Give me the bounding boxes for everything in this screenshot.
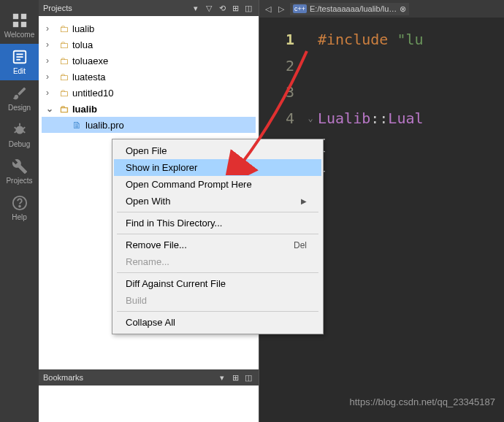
add-icon[interactable]: ⊞ <box>229 372 241 383</box>
line-number: 4 <box>259 105 294 131</box>
editor-tab[interactable]: c++ E:/testaaaaaa/lualib/lu… ⊗ <box>290 3 409 15</box>
watermark: https://blog.csdn.net/qq_23345187 <box>350 396 496 407</box>
edit-icon <box>12 49 28 65</box>
split-icon[interactable]: ◫ <box>243 372 254 383</box>
dropdown-icon[interactable]: ▾ <box>190 2 202 14</box>
line-number: 2 <box>259 53 294 79</box>
bookmarks-title: Bookmarks <box>43 373 83 382</box>
sidebar-label: Design <box>8 104 31 112</box>
menu-open-with[interactable]: Open With▶ <box>114 193 321 210</box>
sidebar-welcome[interactable]: Welcome <box>0 7 39 44</box>
menu-diff[interactable]: Diff Against Current File <box>114 275 321 292</box>
menu-build: Build <box>114 292 321 309</box>
svg-line-10 <box>14 127 16 128</box>
link-icon[interactable]: ⟲ <box>216 2 228 14</box>
sidebar-label: Welcome <box>4 31 35 39</box>
tree-folder[interactable]: › 🗀 lualib <box>42 20 256 37</box>
chevron-right-icon[interactable]: › <box>46 23 58 34</box>
chevron-right-icon[interactable]: › <box>46 39 58 50</box>
sidebar-projects[interactable]: Projects <box>0 153 39 190</box>
sidebar-help[interactable]: Help <box>0 190 39 226</box>
close-icon[interactable]: ⊗ <box>400 4 406 14</box>
tree-folder-expanded[interactable]: ⌄ 🗀 lualib <box>42 101 256 117</box>
shortcut-label: Del <box>294 240 307 250</box>
svg-rect-1 <box>20 14 26 19</box>
fold-icon[interactable]: ⌄ <box>303 105 318 131</box>
chevron-right-icon[interactable]: › <box>46 55 58 66</box>
svg-point-8 <box>15 126 23 134</box>
menu-find-dir[interactable]: Find in This Directory... <box>114 215 321 231</box>
cpp-badge-icon: c++ <box>293 4 307 13</box>
menu-show-explorer[interactable]: Show in Explorer <box>114 159 321 176</box>
mode-sidebar: Welcome Edit Design Debug Projects Help <box>0 0 39 422</box>
line-number: 1 <box>259 26 294 53</box>
tree-folder[interactable]: › 🗀 luatesta <box>42 69 256 85</box>
submenu-arrow-icon: ▶ <box>301 197 307 205</box>
split-icon[interactable]: ◫ <box>243 2 254 14</box>
brush-icon <box>12 85 28 101</box>
folder-icon: 🗀 <box>58 71 69 83</box>
svg-line-11 <box>23 127 25 128</box>
svg-line-13 <box>23 131 25 133</box>
menu-separator <box>117 212 318 212</box>
bookmarks-header: Bookmarks ▾ ⊞ ◫ <box>39 369 259 385</box>
chevron-right-icon[interactable]: › <box>46 72 58 82</box>
nav-back-icon[interactable]: ◁ <box>262 3 274 15</box>
grid-icon <box>12 12 28 28</box>
svg-rect-2 <box>12 22 18 27</box>
menu-separator <box>117 272 318 273</box>
bookmarks-body[interactable] <box>39 385 259 422</box>
bug-icon <box>12 122 28 138</box>
dropdown-icon[interactable]: ▾ <box>216 372 228 383</box>
svg-line-12 <box>14 131 16 133</box>
help-icon <box>12 195 28 211</box>
sidebar-edit[interactable]: Edit <box>0 44 39 80</box>
projects-header: Projects ▾ ▽ ⟲ ⊞ ◫ <box>39 0 259 16</box>
chevron-down-icon[interactable]: ⌄ <box>46 104 58 114</box>
file-icon: 🗎 <box>71 119 83 131</box>
svg-point-15 <box>19 206 20 207</box>
filter-icon[interactable]: ▽ <box>203 2 215 14</box>
tree-file-selected[interactable]: 🗎 lualib.pro <box>42 117 256 133</box>
chevron-right-icon[interactable]: › <box>46 88 58 98</box>
tree-label: tolua <box>72 39 93 50</box>
menu-collapse-all[interactable]: Collapse All <box>114 314 321 331</box>
folder-icon: 🗀 <box>58 39 69 50</box>
sidebar-design[interactable]: Design <box>0 80 39 117</box>
sidebar-label: Debug <box>9 140 30 148</box>
tree-label: toluaexe <box>72 55 108 66</box>
nav-fwd-icon[interactable]: ▷ <box>275 3 287 15</box>
tree-label: luatesta <box>72 72 106 83</box>
folder-icon: 🗀 <box>58 23 69 34</box>
menu-open-cmd[interactable]: Open Command Prompt Here <box>114 176 321 193</box>
context-menu: Open File Show in Explorer Open Command … <box>112 139 324 334</box>
tab-path: E:/testaaaaaa/lualib/lu… <box>310 4 397 13</box>
menu-separator <box>117 311 318 312</box>
menu-remove-file[interactable]: Remove File...Del <box>114 237 321 253</box>
sidebar-debug[interactable]: Debug <box>0 117 39 153</box>
folder-icon: 🗀 <box>58 55 69 66</box>
add-icon[interactable]: ⊞ <box>229 2 241 14</box>
menu-separator <box>117 234 318 234</box>
line-number: 3 <box>259 79 294 105</box>
folder-icon: 🗀 <box>58 87 69 99</box>
sidebar-label: Projects <box>6 177 32 185</box>
tree-folder[interactable]: › 🗀 tolua <box>42 37 256 53</box>
editor-tabbar: ◁ ▷ c++ E:/testaaaaaa/lualib/lu… ⊗ <box>259 0 504 18</box>
svg-rect-0 <box>12 14 18 19</box>
wrench-icon <box>12 158 28 174</box>
code-area[interactable]: #include "lu Lualib::Lual { } <box>318 18 424 422</box>
tree-label: lualib <box>72 104 97 115</box>
sidebar-label: Help <box>12 213 27 221</box>
projects-title: Projects <box>43 4 72 12</box>
tree-folder[interactable]: › 🗀 untitled10 <box>42 85 256 101</box>
tree-label: untitled10 <box>72 88 113 99</box>
folder-icon: 🗀 <box>58 103 69 115</box>
menu-rename: Rename... <box>114 253 321 270</box>
svg-rect-3 <box>20 22 26 27</box>
sidebar-label: Edit <box>13 67 26 75</box>
tree-label: lualib.pro <box>85 120 124 131</box>
menu-open-file[interactable]: Open File <box>114 142 321 159</box>
tree-folder[interactable]: › 🗀 toluaexe <box>42 53 256 69</box>
tree-label: lualib <box>72 23 94 34</box>
